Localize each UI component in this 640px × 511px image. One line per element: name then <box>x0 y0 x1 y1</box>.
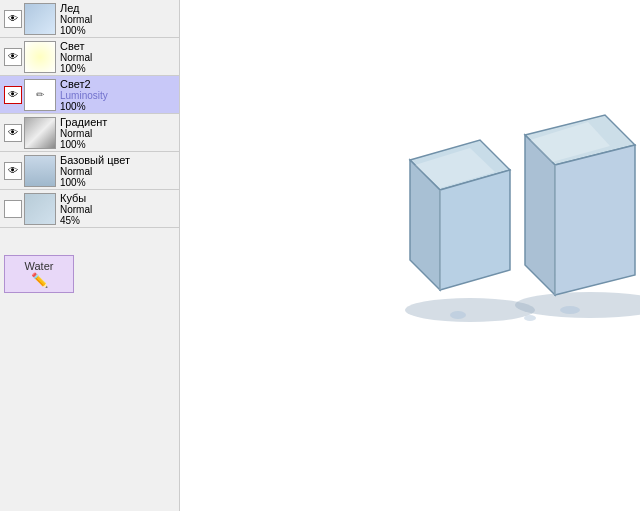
shadow-left <box>405 298 535 322</box>
eye-icon-svet2: 👁 <box>8 89 18 100</box>
layer-info-svet2: Свет2 Luminosity 100% <box>60 78 175 112</box>
water-label: Water <box>25 260 54 272</box>
layer-thumbnail-led <box>24 3 56 35</box>
eye-icon-led: 👁 <box>8 13 18 24</box>
eye-icon-svet: 👁 <box>8 51 18 62</box>
layer-name-svet2: Свет2 <box>60 78 175 90</box>
layer-visibility-gradient[interactable]: 👁 <box>4 124 22 142</box>
layer-mode-gradient: Normal <box>60 128 175 139</box>
layer-visibility-cubes[interactable] <box>4 200 22 218</box>
layers-panel: 👁 Лед Normal 100% 👁 Свет Normal 100% 👁 <box>0 0 180 511</box>
water-drop-2 <box>560 306 580 314</box>
layer-info-led: Лед Normal 100% <box>60 2 175 36</box>
eye-icon-gradient: 👁 <box>8 127 18 138</box>
layer-opacity-gradient: 100% <box>60 139 175 150</box>
layer-name-led: Лед <box>60 2 175 14</box>
ice-cube-left <box>410 140 510 290</box>
layer-opacity-svet2: 100% <box>60 101 175 112</box>
layer-opacity-base: 100% <box>60 177 175 188</box>
layer-mode-svet: Normal <box>60 52 175 63</box>
layer-name-base: Базовый цвет <box>60 154 175 166</box>
layer-mode-led: Normal <box>60 14 175 25</box>
layer-info-svet: Свет Normal 100% <box>60 40 175 74</box>
svg-marker-7 <box>555 145 635 295</box>
water-layer-button[interactable]: Water ✏️ <box>4 255 74 293</box>
layer-thumbnail-base <box>24 155 56 187</box>
layer-opacity-svet: 100% <box>60 63 175 74</box>
svg-marker-2 <box>440 170 510 290</box>
ice-cube-center <box>525 115 635 295</box>
layer-visibility-led[interactable]: 👁 <box>4 10 22 28</box>
canvas-area <box>180 0 640 511</box>
layer-thumbnail-svet <box>24 41 56 73</box>
pencil-icon-svet2: ✏ <box>36 89 44 100</box>
water-drop-1 <box>450 311 466 319</box>
layer-item-gradient[interactable]: 👁 Градиент Normal 100% <box>0 114 179 152</box>
layer-visibility-svet[interactable]: 👁 <box>4 48 22 66</box>
layer-item-svet2[interactable]: 👁 ✏ Свет2 Luminosity 100% <box>0 76 179 114</box>
layer-name-gradient: Градиент <box>60 116 175 128</box>
water-icon: ✏️ <box>31 272 48 288</box>
shadow-center <box>515 292 640 318</box>
water-drop-3 <box>524 315 536 321</box>
layer-info-gradient: Градиент Normal 100% <box>60 116 175 150</box>
layer-item-cubes[interactable]: Кубы Normal 45% <box>0 190 179 228</box>
layer-visibility-svet2[interactable]: 👁 <box>4 86 22 104</box>
layer-thumbnail-cubes <box>24 193 56 225</box>
layer-visibility-base[interactable]: 👁 <box>4 162 22 180</box>
layer-mode-base: Normal <box>60 166 175 177</box>
layer-opacity-led: 100% <box>60 25 175 36</box>
layer-info-cubes: Кубы Normal 45% <box>60 192 175 226</box>
layer-item-led[interactable]: 👁 Лед Normal 100% <box>0 0 179 38</box>
layer-mode-svet2: Luminosity <box>60 90 175 101</box>
layer-mode-cubes: Normal <box>60 204 175 215</box>
layer-name-cubes: Кубы <box>60 192 175 204</box>
layer-info-base: Базовый цвет Normal 100% <box>60 154 175 188</box>
layer-thumbnail-svet2: ✏ <box>24 79 56 111</box>
layer-thumbnail-gradient <box>24 117 56 149</box>
layer-name-svet: Свет <box>60 40 175 52</box>
layer-item-svet[interactable]: 👁 Свет Normal 100% <box>0 38 179 76</box>
layer-item-base[interactable]: 👁 Базовый цвет Normal 100% <box>0 152 179 190</box>
eye-icon-base: 👁 <box>8 165 18 176</box>
layer-opacity-cubes: 45% <box>60 215 175 226</box>
ice-scene-svg <box>370 80 640 340</box>
